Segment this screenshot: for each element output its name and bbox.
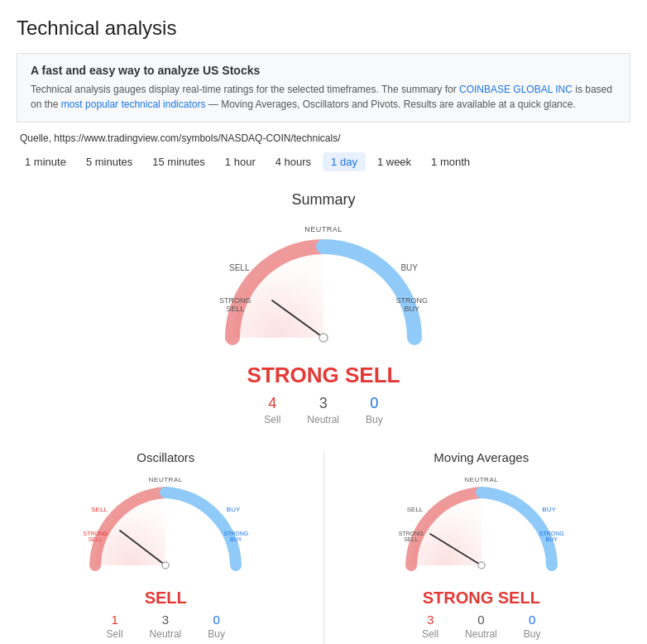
oscillators-section: Oscillators NEUTRAL SELL BUY STRONGSELL … (17, 450, 315, 644)
oscillators-title: Oscillators (17, 450, 315, 464)
summary-gauge: NEUTRAL SELL BUY STRONGSELL STRONGBUY (216, 222, 431, 354)
summary-sell-count: 4 Sell (264, 395, 280, 425)
timeframe-selector: 1 minute 5 minutes 15 minutes 1 hour 4 h… (17, 152, 630, 171)
ma-label-neutral: NEUTRAL (464, 476, 498, 483)
timeframe-1week[interactable]: 1 week (369, 152, 419, 171)
oscillators-gauge-labels: NEUTRAL SELL BUY STRONGSELL STRONGBUY (83, 474, 248, 582)
ma-gauge-labels: NEUTRAL SELL BUY STRONGSELL STRONGBUY (399, 474, 564, 582)
timeframe-1min[interactable]: 1 minute (17, 152, 74, 171)
ma-neutral-number: 0 (465, 613, 497, 627)
info-box-desc: Technical analysis gauges display real-t… (31, 82, 616, 112)
summary-buy-number: 0 (366, 395, 383, 412)
ma-verdict: STRONG SELL (333, 589, 631, 608)
summary-counts: 4 Sell 3 Neutral 0 Buy (17, 395, 630, 425)
source-link[interactable]: Quelle, https://www.tradingview.com/symb… (17, 132, 630, 144)
osc-label-buy: BUY (227, 506, 240, 513)
summary-gauge-labels: NEUTRAL SELL BUY STRONGSELL STRONGBUY (216, 222, 431, 354)
timeframe-15min[interactable]: 15 minutes (144, 152, 213, 171)
summary-buy-label: Buy (366, 414, 383, 425)
osc-label-strong-buy: STRONGBUY (223, 531, 248, 542)
page-title: Technical analysis (17, 17, 630, 40)
summary-title: Summary (17, 191, 630, 209)
summary-buy-count: 0 Buy (366, 395, 383, 425)
label-sell: SELL (229, 263, 249, 272)
label-strong-sell: STRONGSELL (219, 296, 252, 313)
ma-buy-number: 0 (524, 613, 541, 627)
timeframe-5min[interactable]: 5 minutes (78, 152, 141, 171)
ma-sell-number: 3 (422, 613, 439, 627)
summary-sell-number: 4 (264, 395, 280, 412)
section-divider (324, 450, 324, 644)
oscillators-counts: 1 Sell 3 Neutral 0 Buy (17, 613, 315, 640)
info-box-title: A fast and easy way to analyze US Stocks (31, 64, 616, 77)
ma-buy-label: Buy (524, 628, 541, 640)
timeframe-1hour[interactable]: 1 hour (217, 152, 264, 171)
osc-buy-label: Buy (208, 628, 225, 640)
tradingview-link[interactable]: https://www.tradingview.com/symbols/NASD… (54, 132, 340, 144)
ma-label-strong-sell: STRONGSELL (399, 531, 424, 542)
timeframe-1month[interactable]: 1 month (423, 152, 478, 171)
label-neutral: NEUTRAL (304, 225, 343, 233)
timeframe-4hours[interactable]: 4 hours (267, 152, 319, 171)
label-strong-buy: STRONGBUY (395, 296, 428, 313)
ma-label-strong-buy: STRONGBUY (539, 531, 564, 542)
timeframe-1day[interactable]: 1 day (323, 152, 366, 171)
oscillators-gauge: NEUTRAL SELL BUY STRONGSELL STRONGBUY (83, 474, 248, 582)
osc-sell-count: 1 Sell (107, 613, 123, 640)
ma-neutral-count: 0 Neutral (465, 613, 497, 640)
osc-buy-count: 0 Buy (208, 613, 225, 640)
osc-sell-number: 1 (107, 613, 123, 627)
summary-section: Summary NEUTRAL SELL BUY STRONGSELL STRO… (17, 191, 630, 425)
oscillators-verdict: SELL (17, 589, 315, 608)
osc-buy-number: 0 (208, 613, 225, 627)
summary-neutral-count: 3 Neutral (307, 395, 339, 425)
summary-sell-label: Sell (264, 414, 280, 425)
osc-neutral-count: 3 Neutral (150, 613, 182, 640)
ma-buy-count: 0 Buy (524, 613, 541, 640)
ma-counts: 3 Sell 0 Neutral 0 Buy (333, 613, 631, 640)
osc-label-sell: SELL (91, 506, 108, 513)
ma-label-buy: BUY (542, 506, 555, 513)
osc-neutral-label: Neutral (150, 628, 182, 640)
osc-label-neutral: NEUTRAL (149, 476, 183, 483)
sub-sections: Oscillators NEUTRAL SELL BUY STRONGSELL … (17, 450, 630, 644)
info-box: A fast and easy way to analyze US Stocks… (17, 53, 630, 123)
label-buy: BUY (400, 263, 418, 272)
moving-averages-section: Moving Averages NEUTRAL SELL BUY STRONGS… (333, 450, 631, 644)
ma-gauge: NEUTRAL SELL BUY STRONGSELL STRONGBUY (399, 474, 564, 582)
ma-label-sell: SELL (407, 506, 424, 513)
osc-sell-label: Sell (107, 628, 123, 640)
summary-neutral-number: 3 (307, 395, 339, 412)
osc-label-strong-sell: STRONGSELL (83, 531, 108, 542)
ma-sell-label: Sell (422, 628, 439, 640)
osc-neutral-number: 3 (150, 613, 182, 627)
ma-neutral-label: Neutral (465, 628, 497, 640)
ma-sell-count: 3 Sell (422, 613, 439, 640)
summary-verdict: STRONG SELL (17, 363, 630, 388)
summary-neutral-label: Neutral (307, 414, 339, 425)
ma-title: Moving Averages (333, 450, 631, 464)
